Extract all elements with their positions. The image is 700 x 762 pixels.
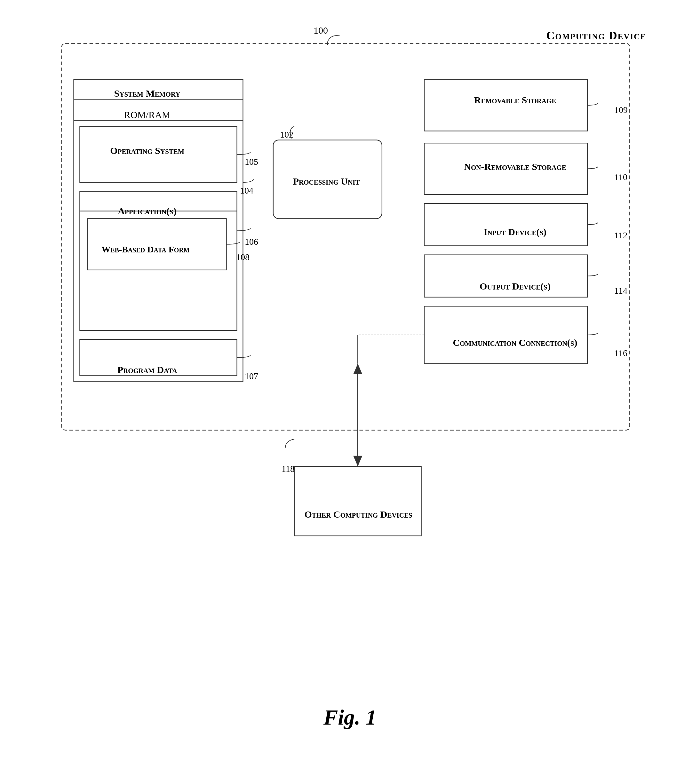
ref-116: 116 [614,348,627,358]
removable-storage-label: Removable Storage [429,94,602,107]
system-memory-label: System Memory [58,86,237,99]
ref-114: 114 [614,286,627,296]
program-data-label: Program Data [64,363,230,376]
ref-118: 118 [281,464,295,474]
ref-106: 106 [245,237,258,247]
ref-105: 105 [245,157,258,167]
svg-rect-1 [74,80,243,382]
output-devices-label: Output Device(s) [429,281,602,292]
svg-rect-15 [294,467,421,536]
applications-label: Application(s) [64,203,230,217]
rom-ram-label: ROM/RAM [58,108,237,120]
os-label: Operating System [64,144,230,158]
computing-device-label: Computing Device [547,29,646,42]
svg-rect-12 [424,203,588,246]
ref-110: 110 [614,172,627,182]
other-computing-devices-label: Other Computing Devices [291,507,425,521]
figure-caption: Fig. 1 [323,705,377,730]
ref-108: 108 [236,252,250,262]
svg-marker-18 [353,364,362,374]
comm-connections-label: Communication Connection(s) [429,336,602,349]
input-devices-label: Input Device(s) [429,226,602,237]
svg-marker-19 [353,456,362,467]
ref-100: 100 [314,25,328,36]
svg-rect-14 [424,306,588,364]
processing-unit-label: Processing Unit [269,176,384,187]
ref-112: 112 [614,230,627,240]
ref-109: 109 [614,105,628,115]
webform-label: Web-Based Data Form [72,243,219,256]
non-removable-storage-label: Non-Removable Storage [429,160,602,173]
ref-102: 102 [280,130,294,140]
ref-104: 104 [240,186,253,196]
ref-107: 107 [245,371,258,381]
